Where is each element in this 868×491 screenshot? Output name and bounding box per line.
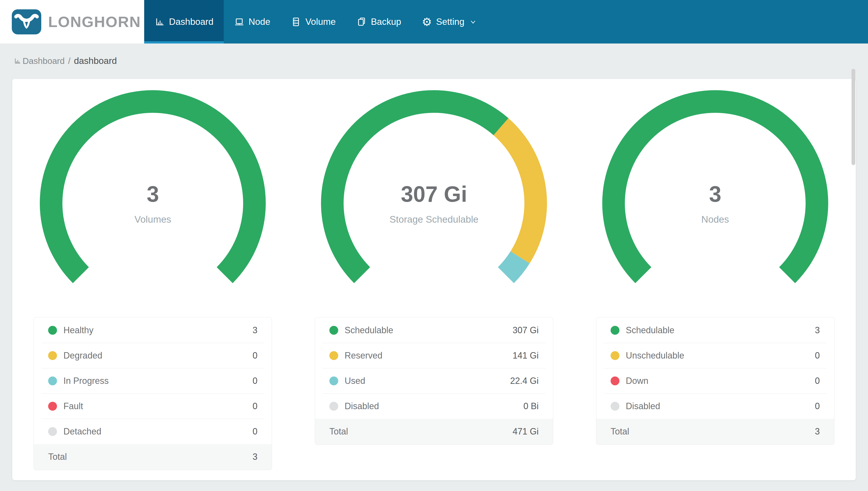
legend-row-degraded: Degraded0 (41, 343, 264, 368)
tab-backup[interactable]: Backup (346, 0, 411, 44)
scrollbar-thumb[interactable] (851, 69, 855, 165)
legend-label: Fault (63, 401, 83, 411)
tab-label: Dashboard (169, 17, 213, 27)
breadcrumb-separator: / (68, 56, 70, 66)
logo-area: LONGHORN (0, 0, 144, 44)
legend-tables-row: Healthy3Degraded0In Progress0Fault0Detac… (12, 317, 856, 470)
tab-setting[interactable]: ⚙ Setting (411, 0, 487, 44)
legend-row-schedulable: Schedulable3 (604, 318, 827, 343)
legend-dot (48, 326, 57, 335)
legend-dot (48, 376, 57, 385)
legend-label: Schedulable (345, 325, 393, 336)
total-value: 3 (252, 452, 257, 462)
legend-value: 0 (815, 376, 820, 386)
legend-dot (48, 402, 57, 411)
legend-value: 3 (815, 325, 820, 336)
legend-dot (329, 376, 338, 385)
legend-label: Healthy (63, 325, 93, 336)
nodes-gauge: 3 Nodes (592, 88, 838, 307)
gauge-center-text: 3 Nodes (592, 183, 838, 225)
legend-value: 0 (815, 401, 820, 411)
legend-label: Down (626, 376, 648, 386)
legend-row-healthy: Healthy3 (41, 318, 264, 343)
legend-total-row: Total3 (596, 419, 834, 444)
legend-dot (611, 402, 619, 411)
storage-schedulable-label: Storage Schedulable (311, 214, 557, 225)
legend-dot (329, 351, 338, 360)
nodes-legend-table: Schedulable3Unschedulable0Down0Disabled0… (596, 317, 834, 444)
legend-value: 0 (252, 401, 257, 411)
legend-dot (329, 326, 338, 335)
tab-node[interactable]: Node (224, 0, 280, 44)
legend-label: Reserved (345, 350, 382, 361)
breadcrumb: Dashboard / dashboard (0, 44, 868, 66)
legend-row-used: Used22.4 Gi (322, 368, 546, 394)
tab-label: Setting (436, 17, 464, 27)
legend-dot (611, 326, 619, 335)
breadcrumb-section[interactable]: Dashboard (23, 56, 65, 66)
volumes-label: Volumes (30, 214, 276, 225)
longhorn-logo-icon (12, 9, 41, 34)
legend-value: 0 Bi (523, 401, 539, 411)
total-value: 471 Gi (513, 426, 539, 437)
tab-label: Volume (305, 17, 336, 27)
legend-value: 0 (815, 350, 820, 361)
bar-chart-icon (14, 57, 21, 65)
volumes-legend-table: Healthy3Degraded0In Progress0Fault0Detac… (34, 317, 272, 470)
chevron-down-icon (469, 18, 477, 26)
tab-label: Node (249, 17, 270, 27)
legend-row-unschedulable: Unschedulable0 (604, 343, 827, 368)
legend-row-disabled: Disabled0 Bi (322, 394, 546, 419)
volume-icon (291, 17, 301, 27)
legend-label: Schedulable (626, 325, 675, 336)
storage-gauge: 307 Gi Storage Schedulable (311, 88, 557, 307)
legend-dot (48, 351, 57, 360)
legend-value: 3 (252, 325, 257, 336)
nodes-label: Nodes (592, 214, 838, 225)
tab-volume[interactable]: Volume (280, 0, 346, 44)
legend-row-disabled: Disabled0 (604, 394, 827, 419)
legend-row-reserved: Reserved141 Gi (322, 343, 546, 368)
legend-value: 141 Gi (513, 350, 539, 361)
total-label: Total (329, 426, 348, 437)
legend-total-row: Total3 (34, 444, 272, 470)
legend-label: Used (345, 376, 365, 386)
legend-row-fault: Fault0 (41, 394, 264, 419)
total-label: Total (611, 426, 629, 437)
gauge-center-text: 3 Volumes (30, 183, 276, 225)
backup-icon (356, 17, 367, 27)
legend-label: Disabled (626, 401, 660, 411)
volumes-count: 3 (30, 183, 276, 205)
legend-label: Disabled (345, 401, 379, 411)
brand-wordmark: LONGHORN (48, 13, 141, 30)
main-nav: Dashboard Node Volume Backup ⚙ (144, 0, 487, 44)
legend-value: 0 (252, 350, 257, 361)
bar-chart-icon (154, 17, 165, 27)
legend-row-schedulable: Schedulable307 Gi (322, 318, 546, 343)
legend-value: 22.4 Gi (510, 376, 539, 386)
legend-dot (329, 402, 338, 411)
legend-dot (48, 427, 57, 436)
top-navbar: LONGHORN Dashboard Node Volume (0, 0, 868, 44)
legend-value: 0 (252, 376, 257, 386)
legend-row-detached: Detached0 (41, 419, 264, 444)
legend-label: Degraded (63, 350, 102, 361)
gauge-center-text: 307 Gi Storage Schedulable (311, 183, 557, 225)
storage-legend-table: Schedulable307 GiReserved141 GiUsed22.4 … (315, 317, 553, 444)
legend-label: Detached (63, 426, 101, 437)
storage-schedulable-value: 307 Gi (311, 183, 557, 205)
dashboard-card: 3 Volumes 307 Gi Storage Schedulable 3 N… (12, 79, 856, 480)
tab-label: Backup (371, 17, 401, 27)
gear-icon: ⚙ (422, 16, 432, 28)
legend-total-row: Total471 Gi (315, 419, 553, 444)
breadcrumb-page: dashboard (74, 56, 117, 66)
node-icon (234, 17, 244, 27)
legend-value: 307 Gi (513, 325, 539, 336)
legend-dot (611, 351, 619, 360)
legend-label: Unschedulable (626, 350, 684, 361)
total-value: 3 (815, 426, 820, 437)
tab-dashboard[interactable]: Dashboard (144, 0, 224, 44)
gauges-row: 3 Volumes 307 Gi Storage Schedulable 3 N… (12, 79, 856, 307)
legend-row-down: Down0 (604, 368, 827, 394)
legend-value: 0 (252, 426, 257, 437)
